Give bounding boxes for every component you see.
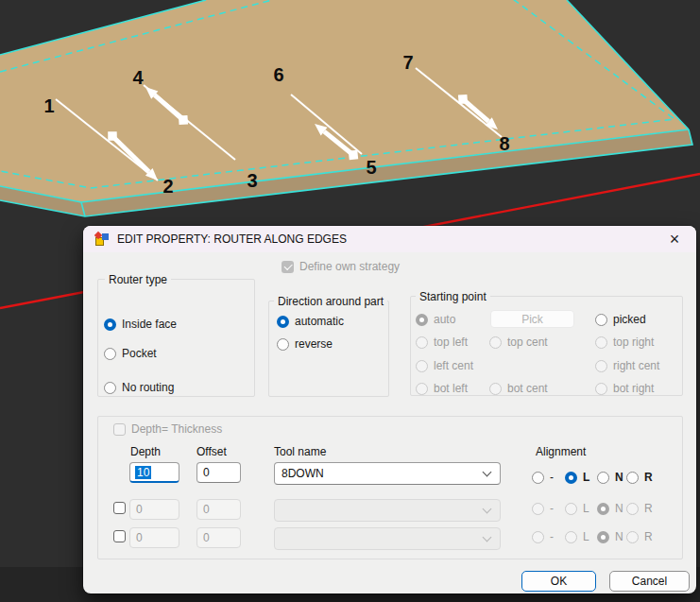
- enable-row3-checkbox[interactable]: [113, 529, 126, 542]
- tool-name-combo-row3: [274, 527, 501, 550]
- edge-number-label: 3: [247, 170, 257, 191]
- depth-thickness-label: Depth= Thickness: [131, 422, 222, 436]
- depth-thickness-checkbox[interactable]: Depth= Thickness: [113, 422, 222, 436]
- radio-top-left[interactable]: top left: [416, 335, 468, 349]
- radio-picked[interactable]: picked: [595, 313, 646, 326]
- radio-off-disabled-icon: [532, 503, 544, 515]
- pick-button[interactable]: Pick: [490, 310, 574, 328]
- segment-marker-diamond: [108, 131, 117, 141]
- radio-reverse[interactable]: reverse: [277, 337, 333, 351]
- depth-input-row2: [129, 499, 179, 520]
- radio-bot-right[interactable]: bot right: [595, 382, 654, 395]
- edge-number-label: 7: [402, 52, 413, 73]
- define-own-strategy-label: Define own strategy: [299, 260, 400, 273]
- radio-off-icon: [104, 348, 116, 360]
- radio-left-cent[interactable]: left cent: [416, 359, 473, 372]
- radio-off-icon: [597, 472, 609, 484]
- radio-off-disabled-icon: [416, 383, 428, 395]
- depth-input-row3: [129, 527, 179, 548]
- radio-off-disabled-icon: [532, 531, 544, 543]
- radio-on-icon: [565, 472, 577, 484]
- router-type-group-label: Router type: [105, 273, 171, 286]
- dialog-titlebar[interactable]: EDIT PROPERTY: ROUTER ALONG EDGES ×: [83, 226, 696, 252]
- radio-off-disabled-icon: [595, 336, 607, 349]
- radio-on-disabled-icon: [597, 531, 609, 543]
- offset-input-row1[interactable]: [196, 462, 241, 483]
- radio-bot-left[interactable]: bot left: [416, 382, 468, 395]
- edit-property-dialog: EDIT PROPERTY: ROUTER ALONG EDGES × Rout…: [83, 226, 696, 593]
- radio-off-icon: [532, 472, 544, 484]
- property-icon-blue: [102, 233, 109, 240]
- radio-automatic-label: automatic: [295, 315, 344, 328]
- router-type-group: [97, 279, 255, 397]
- align-L-row1[interactable]: L: [565, 471, 589, 484]
- radio-off-disabled-icon: [565, 531, 577, 543]
- radio-off-icon: [595, 314, 607, 326]
- close-icon[interactable]: ×: [660, 229, 689, 249]
- align-L-row3: L: [565, 530, 589, 543]
- property-icon: [94, 232, 110, 247]
- radio-off-icon: [626, 472, 639, 484]
- align-L-row2: L: [565, 502, 589, 515]
- offset-input-row2: [196, 499, 241, 520]
- radio-off-disabled-icon: [626, 503, 639, 515]
- edge-number-label: 8: [499, 133, 509, 154]
- ok-button[interactable]: OK: [521, 571, 596, 592]
- align-dash-row1[interactable]: -: [532, 471, 554, 484]
- tool-name-value: 8DOWN: [282, 467, 324, 480]
- radio-on-disabled-icon: [597, 503, 609, 515]
- radio-reverse-label: reverse: [295, 337, 333, 351]
- depth-input-selected-text: 10: [135, 466, 151, 479]
- align-R-row3: R: [626, 530, 653, 543]
- radio-off-icon: [104, 382, 116, 394]
- radio-pocket-label: Pocket: [122, 347, 157, 360]
- cancel-button[interactable]: Cancel: [609, 571, 690, 592]
- radio-top-cent[interactable]: top cent: [489, 335, 548, 349]
- segment-marker-diamond: [179, 115, 188, 125]
- radio-off-disabled-icon: [416, 360, 428, 372]
- chevron-down-icon: [483, 505, 492, 514]
- radio-no-routing[interactable]: No routing: [104, 381, 174, 394]
- radio-pocket[interactable]: Pocket: [104, 347, 157, 360]
- tool-name-combo-row1[interactable]: 8DOWN: [274, 462, 501, 485]
- radio-off-icon: [277, 338, 289, 351]
- depth-header: Depth: [130, 445, 161, 458]
- edge-number-label: 2: [162, 176, 173, 197]
- radio-off-disabled-icon: [416, 336, 428, 349]
- align-dash-row3: -: [532, 530, 554, 543]
- depth-input-row1[interactable]: 10: [129, 462, 179, 483]
- radio-off-disabled-icon: [489, 383, 502, 395]
- align-N-row3: N: [597, 530, 623, 543]
- radio-on-disabled-icon: [416, 314, 428, 326]
- checkbox-unchecked-icon: [113, 530, 126, 542]
- radio-right-cent[interactable]: right cent: [595, 359, 659, 372]
- radio-inside-face[interactable]: Inside face: [104, 318, 177, 331]
- offset-input-row3: [196, 527, 241, 548]
- tool-name-header: Tool name: [274, 445, 326, 458]
- tool-name-combo-row2: [274, 499, 501, 522]
- radio-off-disabled-icon: [489, 336, 502, 349]
- radio-top-right[interactable]: top right: [595, 335, 654, 349]
- align-R-row1[interactable]: R: [626, 471, 653, 484]
- radio-off-disabled-icon: [595, 360, 607, 372]
- radio-on-icon: [104, 318, 116, 331]
- radio-off-disabled-icon: [565, 503, 577, 515]
- radio-no-routing-label: No routing: [122, 381, 174, 394]
- radio-bot-cent[interactable]: bot cent: [489, 382, 548, 395]
- starting-point-group-label: Starting point: [416, 290, 490, 303]
- radio-on-icon: [277, 316, 289, 328]
- segment-marker-diamond: [458, 95, 468, 104]
- radio-auto[interactable]: auto: [416, 313, 455, 326]
- direction-group-label: Direction around part: [274, 295, 387, 308]
- radio-inside-face-label: Inside face: [122, 318, 177, 331]
- radio-automatic[interactable]: automatic: [277, 315, 344, 328]
- offset-header: Offset: [196, 445, 227, 458]
- dialog-title: EDIT PROPERTY: ROUTER ALONG EDGES: [117, 232, 347, 246]
- align-N-row1[interactable]: N: [597, 471, 623, 484]
- checkbox-unchecked-disabled-icon: [113, 423, 126, 436]
- enable-row2-checkbox[interactable]: [113, 501, 126, 514]
- define-own-strategy-checkbox[interactable]: Define own strategy: [282, 260, 400, 273]
- radio-off-disabled-icon: [595, 383, 607, 395]
- radio-auto-label: auto: [434, 313, 455, 326]
- chevron-down-icon: [483, 533, 492, 542]
